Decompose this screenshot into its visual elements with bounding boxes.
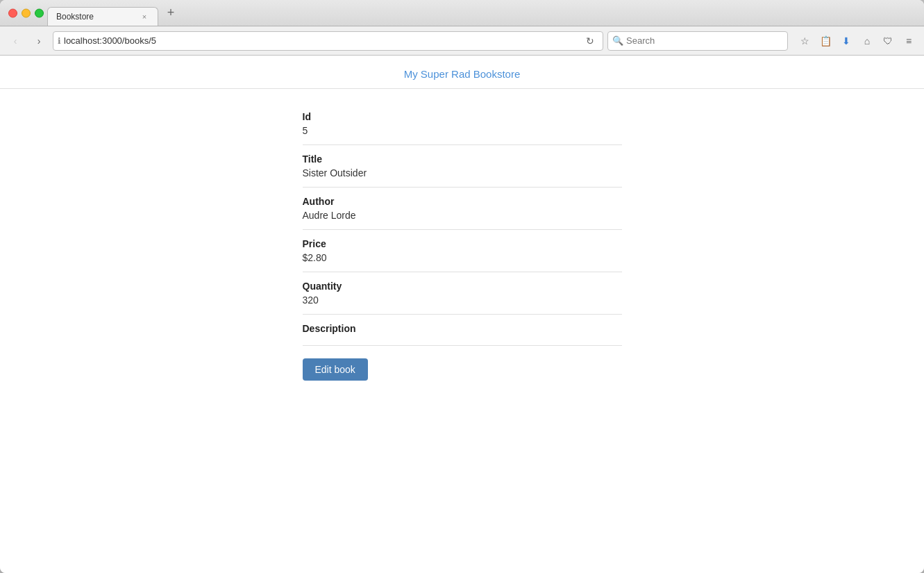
navigation-bar: ‹ › ℹ ↻ 🔍 ☆ 📋 ⬇ ⌂	[0, 26, 924, 56]
download-button[interactable]: ⬇	[837, 31, 856, 51]
tabs-bar: Bookstore × +	[47, 0, 180, 26]
author-field-row: Author Audre Lorde	[303, 188, 622, 230]
id-field-row: Id 5	[303, 103, 622, 145]
title-label: Title	[303, 153, 622, 165]
site-title: My Super Rad Bookstore	[404, 68, 521, 80]
bookmark-icon: ☆	[800, 35, 809, 47]
author-label: Author	[303, 196, 622, 207]
forward-icon: ›	[37, 35, 41, 47]
title-bar: Bookstore × +	[0, 0, 924, 26]
home-icon: ⌂	[864, 35, 870, 47]
description-field-row: Description	[303, 315, 622, 346]
title-field-row: Title Sister Outsider	[303, 145, 622, 188]
price-field-row: Price $2.80	[303, 230, 622, 272]
active-tab[interactable]: Bookstore ×	[47, 7, 158, 26]
shield-button[interactable]: 🛡	[878, 31, 898, 51]
author-value: Audre Lorde	[303, 210, 622, 221]
id-label: Id	[303, 111, 622, 122]
address-bar-container[interactable]: ℹ ↻	[53, 31, 603, 51]
minimize-window-button[interactable]	[22, 8, 31, 17]
bookmark-button[interactable]: ☆	[795, 31, 814, 51]
new-tab-button[interactable]: +	[161, 3, 180, 23]
page-content: My Super Rad Bookstore Id 5 Title Sister…	[0, 56, 924, 573]
site-header: My Super Rad Bookstore	[0, 56, 924, 89]
quantity-label: Quantity	[303, 281, 622, 292]
menu-icon: ≡	[906, 35, 912, 47]
reading-list-icon: 📋	[820, 35, 832, 47]
info-icon: ℹ	[58, 36, 61, 46]
browser-toolbar-icons: ☆ 📋 ⬇ ⌂ 🛡 ≡	[795, 31, 918, 51]
browser-window: Bookstore × + ‹ › ℹ ↻ 🔍 ☆	[0, 0, 924, 573]
price-label: Price	[303, 238, 622, 249]
quantity-value: 320	[303, 294, 622, 306]
home-button[interactable]: ⌂	[857, 31, 877, 51]
shield-icon: 🛡	[883, 35, 893, 47]
reload-icon: ↻	[586, 35, 594, 47]
book-detail: Id 5 Title Sister Outsider Author Audre …	[289, 103, 636, 381]
reload-button[interactable]: ↻	[582, 33, 598, 49]
id-value: 5	[303, 125, 622, 136]
edit-book-button[interactable]: Edit book	[303, 358, 368, 381]
quantity-field-row: Quantity 320	[303, 272, 622, 315]
maximize-window-button[interactable]	[35, 8, 44, 17]
tab-close-button[interactable]: ×	[140, 12, 149, 22]
back-icon: ‹	[14, 35, 17, 47]
reading-list-button[interactable]: 📋	[816, 31, 835, 51]
description-label: Description	[303, 323, 622, 334]
price-value: $2.80	[303, 252, 622, 263]
tab-title: Bookstore	[56, 12, 94, 22]
search-input[interactable]	[626, 35, 783, 46]
traffic-lights	[8, 8, 44, 17]
address-input[interactable]	[64, 35, 579, 46]
back-button[interactable]: ‹	[6, 31, 25, 51]
menu-button[interactable]: ≡	[899, 31, 918, 51]
search-icon: 🔍	[612, 35, 623, 46]
forward-button[interactable]: ›	[29, 31, 49, 51]
download-icon: ⬇	[842, 35, 850, 47]
close-window-button[interactable]	[8, 8, 17, 17]
search-container[interactable]: 🔍	[607, 31, 788, 51]
title-value: Sister Outsider	[303, 167, 622, 178]
